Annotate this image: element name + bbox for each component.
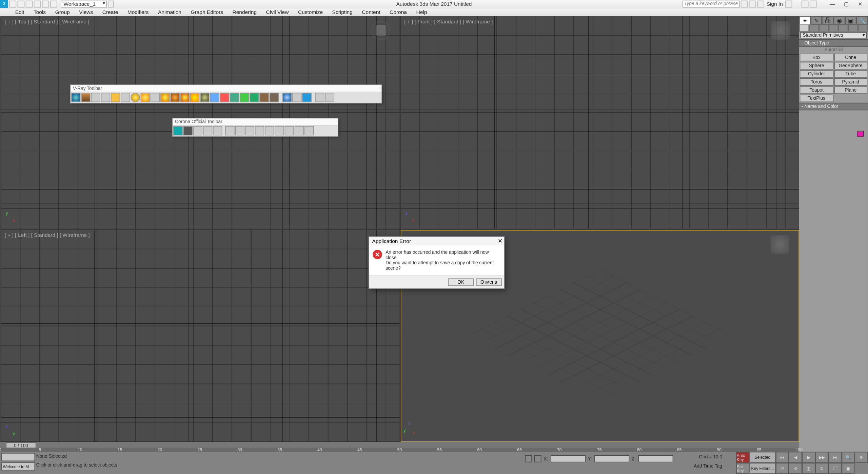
corona-help-icon[interactable]	[304, 126, 314, 136]
vray-plane-icon[interactable]	[200, 93, 210, 102]
dialog-close-button[interactable]: ✕	[498, 238, 502, 244]
corona-converter-icon[interactable]	[255, 126, 264, 136]
z-field[interactable]	[638, 455, 673, 462]
window-maximize-button[interactable]: ▢	[840, 1, 853, 8]
tab-hierarchy-icon[interactable]: 品	[822, 16, 834, 24]
x-field[interactable]	[550, 455, 585, 462]
close-icon[interactable]: ▫	[335, 118, 337, 124]
corona-mtl-lib-icon[interactable]	[265, 126, 274, 136]
vray-cloud-icon[interactable]	[302, 93, 312, 102]
object-button-plane[interactable]: Plane	[834, 87, 867, 94]
corona-scatter-icon[interactable]	[235, 126, 244, 136]
primitive-category-dropdown[interactable]: Standard Primitives	[800, 32, 867, 39]
vray-sphere-icon[interactable]	[160, 93, 170, 102]
object-color-swatch[interactable]	[857, 131, 864, 136]
vray-grid-icon[interactable]	[91, 93, 100, 102]
subtab-helpers-icon[interactable]	[839, 24, 848, 32]
viewport-left-label[interactable]: [ + ] [ Left ] [ Standard ] [ Wireframe …	[5, 232, 90, 238]
vray-material-icon[interactable]	[282, 93, 292, 102]
menu-graph-editors[interactable]: Graph Editors	[186, 10, 228, 15]
corona-proxy-icon[interactable]	[245, 126, 255, 136]
subscription-icon[interactable]	[741, 1, 748, 8]
lock-icon[interactable]	[525, 455, 532, 462]
nav-extents-icon[interactable]: ▣	[842, 463, 855, 474]
object-button-sphere[interactable]: Sphere	[800, 62, 833, 69]
search-input[interactable]: Type a keyword or phrase	[683, 1, 740, 8]
tab-utilities-icon[interactable]: 🔧	[856, 16, 868, 24]
qat-link-icon[interactable]	[50, 1, 57, 8]
object-button-teapot[interactable]: Teapot	[800, 87, 833, 94]
vray-table-icon[interactable]	[101, 93, 111, 102]
tab-motion-icon[interactable]: ◉	[833, 16, 845, 24]
object-button-tube[interactable]: Tube	[834, 70, 867, 77]
add-time-tag[interactable]: Add Time Tag	[694, 463, 722, 469]
rollout-name-and-color[interactable]: Name and Color	[799, 103, 868, 110]
cancel-button[interactable]: Отмена	[476, 279, 502, 286]
qat-save-icon[interactable]	[26, 1, 33, 8]
vray-vfb-icon[interactable]	[292, 93, 302, 102]
auto-key-button[interactable]: Auto Key	[736, 452, 749, 463]
vray-mesh-icon[interactable]	[170, 93, 180, 102]
subtab-lights-icon[interactable]	[819, 24, 829, 32]
viewcube-icon[interactable]	[771, 235, 789, 253]
menu-scripting[interactable]: Scripting	[328, 10, 357, 15]
viewcube-icon[interactable]	[372, 21, 390, 40]
play-icon[interactable]: ▶	[802, 452, 815, 463]
sign-in-link[interactable]: Sign In	[765, 1, 784, 7]
vray-proxy-icon[interactable]	[230, 93, 239, 102]
vray-ies-icon[interactable]	[180, 93, 190, 102]
menu-civil-view[interactable]: Civil View	[261, 10, 293, 15]
time-ruler[interactable]: 0510152025303540455055606570758085909510…	[0, 448, 799, 452]
workspace-selector[interactable]: Workspace_1	[61, 1, 107, 8]
rollout-object-type[interactable]: Object Type	[799, 39, 868, 46]
time-config-icon[interactable]: ⏱	[776, 463, 789, 474]
y-field[interactable]	[594, 455, 629, 462]
object-button-torus[interactable]: Torus	[800, 78, 833, 86]
subtab-systems-icon[interactable]	[858, 24, 868, 32]
absolute-icon[interactable]	[534, 455, 541, 462]
help-icon[interactable]	[810, 1, 817, 8]
corona-toolbar[interactable]: Corona Official Toolbar▫	[172, 118, 338, 137]
menu-modifiers[interactable]: Modifiers	[123, 10, 153, 15]
viewcube-icon[interactable]	[771, 21, 790, 40]
viewport-front-label[interactable]: [ + ] [ Front ] [ Standard ] [ Wireframe…	[404, 19, 493, 24]
vray-moon-icon[interactable]	[121, 93, 130, 102]
corona-camera-icon[interactable]	[193, 126, 202, 136]
tab-create-icon[interactable]: ✦	[799, 16, 811, 24]
set-key-button[interactable]: Set Key	[736, 463, 749, 474]
play-end-icon[interactable]: ⏭	[828, 452, 842, 463]
autogrid-checkbox[interactable]: AutoGrid	[799, 47, 868, 53]
vray-spot-icon[interactable]	[151, 93, 160, 102]
object-button-geosphere[interactable]: GeoSphere	[834, 62, 867, 69]
account-icon[interactable]	[757, 1, 764, 8]
corona-distance-icon[interactable]	[275, 126, 284, 136]
vray-toolbar-title[interactable]: V-Ray Toolbar▫	[71, 85, 381, 92]
vray-render-icon[interactable]	[71, 93, 81, 102]
vray-help-icon[interactable]	[325, 93, 334, 102]
nav-zoom-icon[interactable]: 🔍	[842, 452, 855, 463]
vray-instancer-icon[interactable]	[270, 93, 279, 102]
qat-redo-icon[interactable]	[42, 1, 49, 8]
object-button-pyramid[interactable]: Pyramid	[834, 78, 867, 86]
window-close-button[interactable]: ✕	[854, 1, 867, 8]
play-prev-icon[interactable]: ◀	[789, 452, 802, 463]
qat-undo-icon[interactable]	[34, 1, 41, 8]
qat-dropdown-icon[interactable]	[108, 1, 114, 8]
nav-fov-icon[interactable]: ◫	[802, 463, 815, 474]
viewport-left[interactable]: [ + ] [ Left ] [ Standard ] [ Wireframe …	[1, 230, 399, 442]
vray-ambient-icon[interactable]	[190, 93, 200, 102]
close-icon[interactable]: ▫	[378, 85, 380, 91]
window-minimize-button[interactable]: —	[826, 1, 839, 8]
ok-button[interactable]: OK	[448, 279, 474, 286]
menu-rendering[interactable]: Rendering	[228, 10, 261, 15]
vray-sun-icon[interactable]	[131, 93, 140, 102]
corona-ir-icon[interactable]	[183, 126, 193, 136]
menu-create[interactable]: Create	[98, 10, 123, 15]
object-button-box[interactable]: Box	[800, 54, 833, 61]
vray-framebuffer-icon[interactable]	[81, 93, 91, 102]
app-icon[interactable]: 3	[0, 0, 8, 8]
menu-help[interactable]: Help	[412, 10, 432, 15]
exchange-icon[interactable]	[749, 1, 756, 8]
subtab-geometry-icon[interactable]	[799, 24, 809, 32]
corona-toolbar-title[interactable]: Corona Official Toolbar▫	[173, 118, 338, 126]
